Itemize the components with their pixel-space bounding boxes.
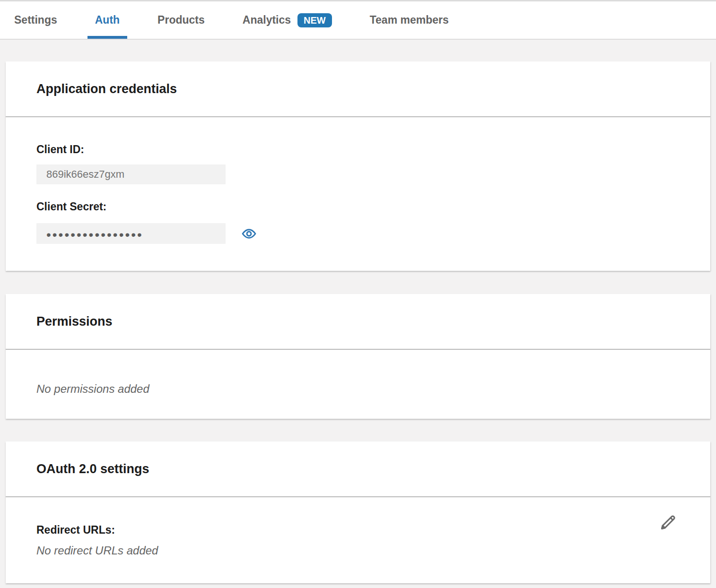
oauth-settings-card: OAuth 2.0 settings Redirect URLs: No red…: [6, 441, 710, 583]
reveal-secret-button[interactable]: [242, 226, 256, 241]
permissions-header: Permissions: [6, 294, 710, 350]
client-secret-label: Client Secret:: [36, 200, 680, 213]
tab-team-members[interactable]: Team members: [370, 1, 449, 39]
oauth-settings-title: OAuth 2.0 settings: [36, 461, 680, 476]
edit-redirect-urls-button[interactable]: [657, 512, 678, 533]
no-permissions-text: No permissions added: [36, 383, 680, 395]
tab-bar: Settings Auth Products Analytics NEW Tea…: [0, 0, 716, 40]
pencil-icon: [657, 512, 678, 533]
no-redirect-urls-text: No redirect URLs added: [36, 545, 680, 557]
tab-analytics-label: Analytics: [243, 14, 291, 26]
application-credentials-card: Application credentials Client ID: 869ik…: [6, 61, 710, 271]
client-id-value: 869ik66esz7gxm: [36, 164, 226, 184]
client-secret-row: ••••••••••••••••: [36, 223, 680, 244]
eye-icon: [242, 226, 256, 241]
permissions-card: Permissions No permissions added: [6, 294, 710, 419]
tab-settings[interactable]: Settings: [14, 1, 57, 39]
application-credentials-title: Application credentials: [36, 81, 680, 96]
permissions-body: No permissions added: [6, 350, 710, 419]
client-secret-value: ••••••••••••••••: [36, 223, 226, 244]
application-credentials-body: Client ID: 869ik66esz7gxm Client Secret:…: [6, 117, 710, 271]
oauth-settings-body: Redirect URLs: No redirect URLs added: [6, 497, 710, 583]
permissions-title: Permissions: [36, 314, 680, 329]
redirect-urls-label: Redirect URLs:: [36, 524, 680, 536]
new-badge: NEW: [297, 13, 332, 27]
tab-products[interactable]: Products: [157, 1, 205, 39]
tab-analytics[interactable]: Analytics NEW: [243, 1, 332, 39]
application-credentials-header: Application credentials: [6, 61, 710, 117]
oauth-settings-header: OAuth 2.0 settings: [6, 441, 710, 497]
tab-auth[interactable]: Auth: [95, 1, 120, 39]
client-id-label: Client ID:: [36, 143, 680, 156]
